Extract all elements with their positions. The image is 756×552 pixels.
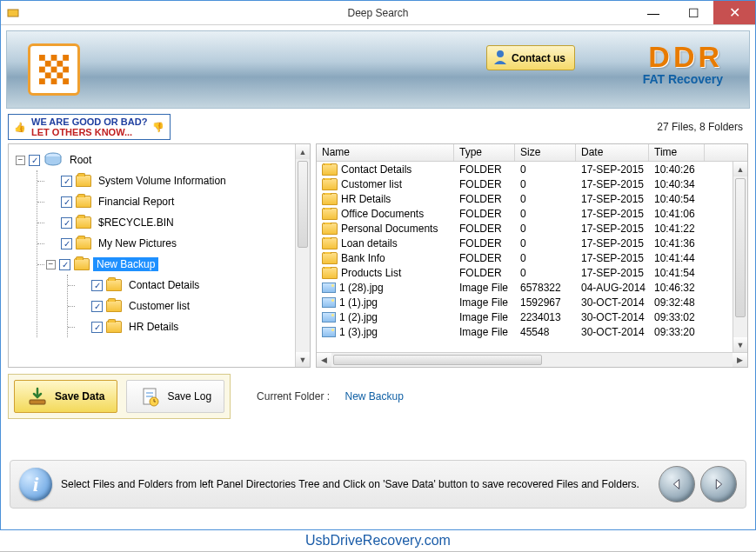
save-icon [27,386,48,407]
checkbox[interactable] [59,259,70,270]
back-button[interactable] [659,466,695,502]
folder-icon [322,267,338,279]
checkbox[interactable] [61,196,72,208]
table-row[interactable]: Customer listFOLDER017-SEP-201510:40:34 [317,176,733,191]
scroll-left-icon[interactable]: ◀ [317,353,331,367]
cell-size: 0 [515,223,576,235]
file-name: 1 (1).jpg [339,296,378,309]
cell-type: FOLDER [454,252,515,264]
svg-rect-10 [57,72,63,78]
folder-icon [322,163,338,176]
tree-item[interactable]: −New Backup [44,254,293,275]
tree-item-label: My New Pictures [95,236,180,250]
col-date[interactable]: Date [576,144,649,161]
maximize-button[interactable]: ☐ [673,1,713,24]
person-icon [492,49,508,67]
col-size[interactable]: Size [515,144,576,161]
list-horizontal-scrollbar[interactable]: ◀ ▶ [317,352,747,367]
tree-item-label: Contact Details [125,278,203,292]
directory-tree[interactable]: − Root System Volume InformationFinancia… [9,144,295,367]
table-row[interactable]: Bank InfoFOLDER017-SEP-201510:41:44 [317,250,733,265]
cell-type: FOLDER [454,208,515,220]
scroll-up-icon[interactable]: ▲ [296,144,310,159]
scroll-down-icon[interactable]: ▼ [733,337,747,352]
cell-size: 1592967 [515,296,576,309]
table-row[interactable]: Office DocumentsFOLDER017-SEP-201510:41:… [317,206,733,221]
tree-item[interactable]: HR Details [75,316,293,337]
table-row[interactable]: HR DetailsFOLDER017-SEP-201510:40:54 [317,191,733,206]
table-row[interactable]: Contact DetailsFOLDER017-SEP-201510:40:2… [317,162,733,176]
scroll-thumb[interactable] [298,161,308,248]
minimize-button[interactable]: — [633,1,673,24]
tree-item[interactable]: Contact Details [75,275,293,296]
checkbox[interactable] [91,280,103,291]
checkbox[interactable] [29,155,40,166]
svg-rect-6 [39,67,45,73]
tree-item[interactable]: Customer list [75,296,293,316]
scroll-thumb[interactable] [735,178,746,317]
checkbox[interactable] [61,217,72,229]
list-vertical-scrollbar[interactable]: ▲ ▼ [733,162,747,352]
save-data-button[interactable]: Save Data [14,380,117,413]
promo-banner[interactable]: 👍 WE ARE GOOD OR BAD? LET OTHERS KNOW...… [8,114,171,140]
close-button[interactable]: ✕ [713,1,755,24]
svg-rect-8 [63,67,69,73]
cell-time: 10:41:06 [649,208,705,220]
cell-time: 09:32:48 [649,296,705,309]
tree-item[interactable]: Financial Report [44,191,293,212]
svg-rect-1 [39,55,45,61]
table-row[interactable]: Personal DocumentsFOLDER017-SEP-201510:4… [317,221,733,236]
table-row[interactable]: Loan detailsFOLDER017-SEP-201510:41:36 [317,236,733,250]
scroll-thumb[interactable] [333,355,542,365]
cell-type: FOLDER [454,237,515,249]
list-header[interactable]: Name Type Size Date Time [317,144,747,162]
tree-item[interactable]: $RECYCLE.BIN [44,212,293,233]
tree-item[interactable]: System Volume Information [44,170,293,191]
file-name: 1 (3).jpg [339,326,378,338]
cell-date: 17-SEP-2015 [576,163,649,176]
site-link[interactable]: UsbDriveRecovery.com [0,530,756,551]
table-row[interactable]: 1 (1).jpgImage File159296730-OCT-201409:… [317,295,733,309]
file-list[interactable]: Contact DetailsFOLDER017-SEP-201510:40:2… [317,162,733,352]
scroll-right-icon[interactable]: ▶ [733,353,747,367]
cell-date: 17-SEP-2015 [576,208,649,220]
forward-button[interactable] [700,466,737,502]
scroll-up-icon[interactable]: ▲ [733,162,747,176]
checkbox[interactable] [61,238,72,249]
checkbox[interactable] [61,176,72,187]
col-time[interactable]: Time [649,144,705,161]
cell-size: 6578322 [515,282,576,294]
cell-size: 2234013 [515,311,576,323]
app-icon [1,6,25,20]
contact-us-label: Contact us [512,52,565,64]
table-row[interactable]: Products ListFOLDER017-SEP-201510:41:54 [317,265,733,280]
promo-line1: WE ARE GOOD OR BAD? [31,116,147,127]
file-list-pane: Name Type Size Date Time Contact Details… [316,143,748,368]
status-text: 27 Files, 8 Folders [657,121,748,133]
cell-time: 10:41:54 [649,267,705,279]
tree-root[interactable]: − Root [14,150,293,170]
collapse-icon[interactable]: − [46,260,56,269]
collapse-icon[interactable]: − [16,156,25,165]
current-folder: Current Folder : New Backup [257,390,404,402]
col-name[interactable]: Name [317,144,454,161]
col-type[interactable]: Type [454,144,515,161]
tree-item-label: $RECYCLE.BIN [95,216,177,229]
checkbox[interactable] [91,322,103,333]
image-icon [322,327,336,337]
table-row[interactable]: 1 (3).jpgImage File4554830-OCT-201409:33… [317,324,733,339]
table-row[interactable]: 1 (28).jpgImage File657832204-AUG-201410… [317,280,733,295]
save-log-button[interactable]: Save Log [126,380,224,413]
cell-date: 17-SEP-2015 [576,223,649,235]
file-name: 1 (28).jpg [339,282,384,294]
tree-vertical-scrollbar[interactable]: ▲ ▼ [295,144,310,367]
product-name: FAT Recovery [643,72,723,86]
checkbox[interactable] [91,301,103,312]
image-icon [322,312,336,323]
table-row[interactable]: 1 (2).jpgImage File223401330-OCT-201409:… [317,309,733,324]
cell-date: 30-OCT-2014 [576,311,649,323]
contact-us-button[interactable]: Contact us [486,45,575,70]
image-icon [322,297,336,308]
tree-item[interactable]: My New Pictures [44,233,293,254]
scroll-down-icon[interactable]: ▼ [296,352,310,367]
